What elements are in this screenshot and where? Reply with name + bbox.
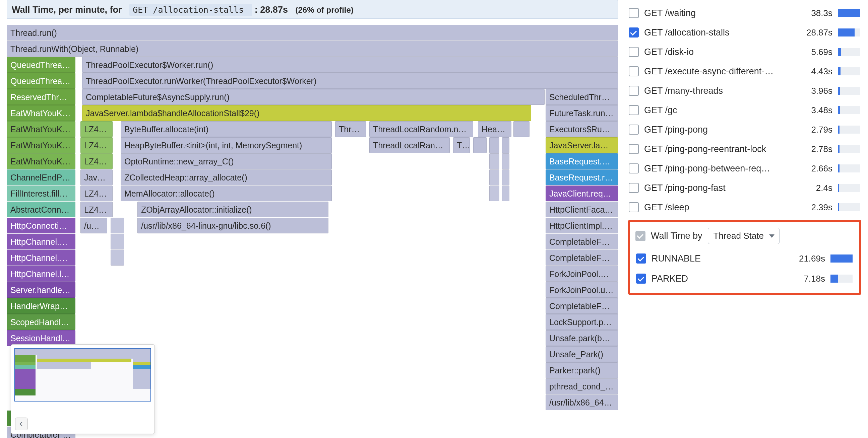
flame-frame[interactable]: HttpChannel.lam… (7, 266, 75, 281)
flame-frame[interactable]: JavaServer.lambda$handleAllocationStall$… (82, 105, 531, 121)
flame-frame[interactable] (502, 137, 509, 153)
flame-frame[interactable]: BaseRequest.as… (546, 154, 618, 169)
flame-frame[interactable] (502, 154, 509, 169)
endpoint-row[interactable]: GET /execute-async-different-…4.43s (628, 64, 861, 79)
flame-frame[interactable]: ThreadLocalRandom… (369, 137, 450, 153)
minimap[interactable] (11, 344, 155, 434)
flame-frame[interactable]: Thread.run() (7, 25, 618, 40)
flame-frame[interactable]: FillInterest.fillabl… (7, 186, 75, 201)
flame-frame[interactable]: EatWhatYouKill.d… (7, 137, 75, 153)
wall-time-by-checkbox[interactable] (636, 231, 646, 241)
flame-frame[interactable]: QueuedThreadP… (7, 57, 75, 73)
endpoint-row[interactable]: GET /ping-pong-between-req…2.66s (628, 161, 861, 176)
endpoint-row[interactable]: GET /ping-pong-reentrant-lock2.78s (628, 141, 861, 157)
endpoint-row[interactable]: GET /sleep2.39s (628, 200, 861, 215)
endpoint-checkbox[interactable] (629, 163, 639, 173)
flame-frame[interactable]: CompletableFut… (546, 298, 618, 314)
flame-frame[interactable]: FutureTask.runA… (546, 105, 618, 121)
endpoint-checkbox[interactable] (629, 125, 639, 135)
flame-frame[interactable]: LZ4C… (81, 121, 113, 137)
flame-frame[interactable]: QueuedThreadP… (7, 73, 75, 89)
flame-frame[interactable] (489, 154, 499, 169)
flame-frame[interactable]: ChannelEndPoin… (7, 169, 75, 185)
flame-frame[interactable]: OptoRuntime::new_array_C() (121, 154, 332, 169)
flame-frame[interactable] (473, 137, 487, 153)
flame-frame[interactable]: HttpConnection.… (7, 218, 75, 233)
flame-frame[interactable]: SessionHandler.… (7, 330, 75, 346)
flame-frame[interactable]: EatWhatYouKill.r… (7, 105, 75, 121)
flame-frame[interactable]: Parker::park() (546, 362, 618, 378)
flame-frame[interactable]: HttpChannel.ha… (7, 234, 75, 249)
flame-frame[interactable]: JavaServer.lamb… (546, 137, 618, 153)
flame-frame[interactable]: /us… (81, 218, 107, 233)
flame-frame[interactable]: ScheduledThrea… (546, 89, 618, 105)
flame-frame[interactable]: BaseRequest.req… (546, 169, 618, 185)
endpoint-row[interactable]: GET /ping-pong-fast2.4s (628, 180, 861, 196)
flame-frame[interactable] (502, 186, 509, 201)
endpoint-checkbox[interactable] (629, 202, 639, 212)
flame-frame[interactable]: ForkJoinPool.un… (546, 282, 618, 298)
endpoint-checkbox[interactable] (629, 183, 639, 193)
flame-frame[interactable]: Java_… (81, 169, 113, 185)
flame-frame[interactable]: JavaClient.reque… (546, 186, 618, 201)
flame-frame[interactable]: HttpClientFacad… (546, 202, 618, 217)
flame-frame[interactable]: ThreadPoolExecutor.runWorker(ThreadPoolE… (82, 73, 618, 89)
flame-frame[interactable] (489, 186, 499, 201)
endpoint-row[interactable]: GET /waiting38.3s (628, 5, 861, 21)
flame-frame[interactable]: Unsafe.park(boo… (546, 330, 618, 346)
endpoint-checkbox[interactable] (629, 144, 639, 154)
thread-state-checkbox[interactable] (636, 274, 646, 283)
flame-frame[interactable] (502, 169, 509, 185)
endpoint-row[interactable]: GET /many-threads3.96s (628, 83, 861, 98)
flame-frame[interactable]: Heap… (478, 121, 512, 137)
endpoint-checkbox[interactable] (629, 47, 639, 57)
flame-frame[interactable]: T… (453, 137, 470, 153)
endpoint-checkbox[interactable] (629, 66, 639, 76)
flame-frame[interactable]: HeapByteBuffer.<init>(int, int, MemorySe… (121, 137, 332, 153)
flame-frame[interactable]: ThreadPoolExecutor$Worker.run() (82, 57, 618, 73)
flame-frame[interactable]: Thread.runWith(Object, Runnable) (7, 41, 618, 57)
endpoint-row[interactable]: GET /ping-pong2.79s (628, 122, 861, 137)
endpoint-row[interactable]: GET /disk-io5.69s (628, 44, 861, 60)
flame-frame[interactable]: ScopedHandler.h… (7, 314, 75, 330)
thread-state-row[interactable]: RUNNABLE21.69s (636, 251, 854, 266)
flame-frame[interactable]: EatWhatYouKill.r… (7, 154, 75, 169)
thread-state-row[interactable]: PARKED7.18s (636, 271, 854, 286)
flame-frame[interactable]: LZ4_c… (81, 202, 113, 217)
endpoint-checkbox[interactable] (629, 8, 639, 18)
flame-frame[interactable]: Thre… (335, 121, 366, 137)
flame-frame[interactable]: CompletableFuture$AsyncSupply.run() (82, 89, 545, 105)
flame-frame[interactable]: LZ4_c… (81, 186, 113, 201)
flame-frame[interactable]: ZCollectedHeap::array_allocate() (121, 169, 332, 185)
flame-frame[interactable]: LZ4JN… (81, 137, 113, 153)
flame-frame[interactable]: EatWhatYouKill.t… (7, 121, 75, 137)
endpoint-row[interactable]: GET /gc3.48s (628, 102, 861, 118)
flame-frame[interactable]: HandlerWrapper.… (7, 298, 75, 314)
flame-frame[interactable]: /usr/lib/x86_64-linux-gnu/libc.so.6() (137, 218, 329, 233)
flame-frame[interactable] (111, 234, 124, 249)
flame-frame[interactable]: MemAllocator::allocate() (121, 186, 332, 201)
flame-frame[interactable]: CompletableFut… (546, 250, 618, 266)
flame-frame[interactable]: HttpChannel.dis… (7, 250, 75, 266)
endpoint-row[interactable]: GET /allocation-stalls28.87s (628, 25, 861, 40)
thread-state-select[interactable]: Thread State (708, 228, 779, 244)
flame-frame[interactable] (111, 250, 124, 266)
flame-frame[interactable]: HttpClientImpl.s… (546, 218, 618, 233)
minimap-viewport[interactable] (14, 348, 151, 402)
flame-frame[interactable]: Executors$Runn… (546, 121, 618, 137)
flame-frame[interactable]: LZ4JN… (81, 154, 113, 169)
flame-frame[interactable] (489, 169, 499, 185)
flame-frame[interactable]: Server.handle(Ht… (7, 282, 75, 298)
thread-state-checkbox[interactable] (636, 254, 646, 264)
flame-frame[interactable]: ReservedThread… (7, 89, 75, 105)
flame-frame[interactable]: ByteBuffer.allocate(int) (121, 121, 332, 137)
flame-frame[interactable]: LockSupport.par… (546, 314, 618, 330)
flame-frame[interactable] (111, 218, 124, 233)
flame-frame[interactable] (514, 121, 529, 137)
endpoint-checkbox[interactable] (629, 105, 639, 115)
flame-frame[interactable]: ZObjArrayAllocator::initialize() (137, 202, 329, 217)
endpoint-checkbox[interactable] (629, 86, 639, 96)
flame-frame[interactable]: AbstractConnect… (7, 202, 75, 217)
flame-frame[interactable] (489, 137, 499, 153)
endpoint-checkbox[interactable] (629, 28, 639, 37)
